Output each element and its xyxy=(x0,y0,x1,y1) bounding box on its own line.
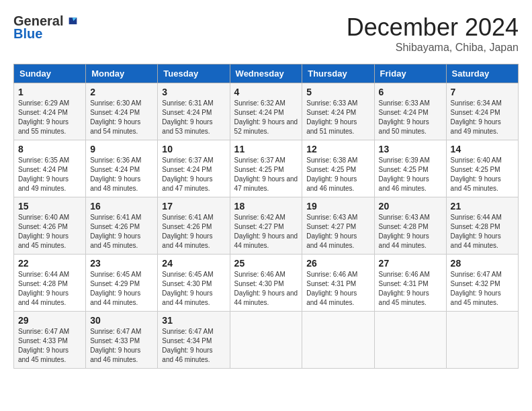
day-info: Sunrise: 6:45 AM Sunset: 4:30 PM Dayligh… xyxy=(162,270,225,308)
day-info: Sunrise: 6:43 AM Sunset: 4:28 PM Dayligh… xyxy=(379,213,442,250)
day-info: Sunrise: 6:36 AM Sunset: 4:24 PM Dayligh… xyxy=(90,156,153,193)
day-info: Sunrise: 6:40 AM Sunset: 4:25 PM Dayligh… xyxy=(451,156,514,193)
month-title: December 2024 xyxy=(347,13,519,42)
calendar-day-cell: 12 Sunrise: 6:38 AM Sunset: 4:25 PM Dayl… xyxy=(302,140,374,197)
calendar-day-cell: 30 Sunrise: 6:47 AM Sunset: 4:33 PM Dayl… xyxy=(86,312,158,369)
calendar-day-cell: 2 Sunrise: 6:30 AM Sunset: 4:24 PM Dayli… xyxy=(86,83,158,140)
page-header: General Blue December 2024 Shibayama, Ch… xyxy=(13,13,519,54)
calendar-week-row: 15 Sunrise: 6:40 AM Sunset: 4:26 PM Dayl… xyxy=(14,197,519,255)
day-info: Sunrise: 6:47 AM Sunset: 4:33 PM Dayligh… xyxy=(90,327,153,365)
calendar-day-cell: 4 Sunrise: 6:32 AM Sunset: 4:24 PM Dayli… xyxy=(230,83,302,140)
calendar-day-cell: 9 Sunrise: 6:36 AM Sunset: 4:24 PM Dayli… xyxy=(86,140,158,197)
calendar-day-cell: 14 Sunrise: 6:40 AM Sunset: 4:25 PM Dayl… xyxy=(446,140,518,197)
calendar-day-cell: 18 Sunrise: 6:42 AM Sunset: 4:27 PM Dayl… xyxy=(230,197,302,255)
col-saturday: Saturday xyxy=(446,64,518,83)
logo-blue-text: Blue xyxy=(13,26,42,42)
calendar-day-cell: 6 Sunrise: 6:33 AM Sunset: 4:24 PM Dayli… xyxy=(374,83,446,140)
day-number: 8 xyxy=(18,144,81,154)
day-number: 15 xyxy=(18,201,81,212)
day-info: Sunrise: 6:47 AM Sunset: 4:32 PM Dayligh… xyxy=(451,270,514,308)
day-info: Sunrise: 6:32 AM Sunset: 4:24 PM Dayligh… xyxy=(234,99,298,136)
calendar-table: Sunday Monday Tuesday Wednesday Thursday… xyxy=(13,64,519,369)
day-info: Sunrise: 6:41 AM Sunset: 4:26 PM Dayligh… xyxy=(162,213,225,250)
day-number: 26 xyxy=(306,258,369,269)
calendar-header-row: Sunday Monday Tuesday Wednesday Thursday… xyxy=(14,64,519,83)
calendar-week-row: 8 Sunrise: 6:35 AM Sunset: 4:24 PM Dayli… xyxy=(14,140,519,197)
day-info: Sunrise: 6:46 AM Sunset: 4:31 PM Dayligh… xyxy=(379,270,442,308)
col-sunday: Sunday xyxy=(14,64,86,83)
day-info: Sunrise: 6:34 AM Sunset: 4:24 PM Dayligh… xyxy=(451,99,514,136)
day-info: Sunrise: 6:39 AM Sunset: 4:25 PM Dayligh… xyxy=(379,156,442,193)
day-info: Sunrise: 6:42 AM Sunset: 4:27 PM Dayligh… xyxy=(234,213,298,250)
location-title: Shibayama, Chiba, Japan xyxy=(347,42,519,54)
calendar-day-cell: 27 Sunrise: 6:46 AM Sunset: 4:31 PM Dayl… xyxy=(374,255,446,312)
day-number: 22 xyxy=(18,258,81,269)
day-info: Sunrise: 6:46 AM Sunset: 4:31 PM Dayligh… xyxy=(306,270,369,308)
calendar-day-cell: 21 Sunrise: 6:44 AM Sunset: 4:28 PM Dayl… xyxy=(446,197,518,255)
calendar-day-cell: 17 Sunrise: 6:41 AM Sunset: 4:26 PM Dayl… xyxy=(158,197,230,255)
day-info: Sunrise: 6:30 AM Sunset: 4:24 PM Dayligh… xyxy=(90,99,153,136)
calendar-day-cell: 13 Sunrise: 6:39 AM Sunset: 4:25 PM Dayl… xyxy=(374,140,446,197)
calendar-day-cell: 31 Sunrise: 6:47 AM Sunset: 4:34 PM Dayl… xyxy=(158,312,230,369)
day-number: 19 xyxy=(306,201,369,212)
day-number: 4 xyxy=(234,87,298,97)
logo-icon xyxy=(64,15,78,28)
calendar-day-cell: 8 Sunrise: 6:35 AM Sunset: 4:24 PM Dayli… xyxy=(14,140,86,197)
calendar-day-cell: 24 Sunrise: 6:45 AM Sunset: 4:30 PM Dayl… xyxy=(158,255,230,312)
calendar-day-cell: 10 Sunrise: 6:37 AM Sunset: 4:24 PM Dayl… xyxy=(158,140,230,197)
calendar-day-cell: 7 Sunrise: 6:34 AM Sunset: 4:24 PM Dayli… xyxy=(446,83,518,140)
day-number: 14 xyxy=(451,144,514,154)
day-info: Sunrise: 6:46 AM Sunset: 4:30 PM Dayligh… xyxy=(234,270,298,308)
calendar-day-cell: 25 Sunrise: 6:46 AM Sunset: 4:30 PM Dayl… xyxy=(230,255,302,312)
day-info: Sunrise: 6:33 AM Sunset: 4:24 PM Dayligh… xyxy=(379,99,442,136)
day-info: Sunrise: 6:37 AM Sunset: 4:25 PM Dayligh… xyxy=(234,156,298,193)
day-number: 25 xyxy=(234,258,298,269)
calendar-empty-cell xyxy=(230,312,302,369)
calendar-day-cell: 29 Sunrise: 6:47 AM Sunset: 4:33 PM Dayl… xyxy=(14,312,86,369)
day-number: 21 xyxy=(451,201,514,212)
day-info: Sunrise: 6:43 AM Sunset: 4:27 PM Dayligh… xyxy=(306,213,369,250)
day-info: Sunrise: 6:31 AM Sunset: 4:24 PM Dayligh… xyxy=(162,99,225,136)
logo: General Blue xyxy=(13,13,78,42)
calendar-day-cell: 16 Sunrise: 6:41 AM Sunset: 4:26 PM Dayl… xyxy=(86,197,158,255)
day-number: 29 xyxy=(18,315,81,326)
day-number: 31 xyxy=(162,315,225,326)
day-info: Sunrise: 6:47 AM Sunset: 4:33 PM Dayligh… xyxy=(18,327,81,365)
calendar-day-cell: 20 Sunrise: 6:43 AM Sunset: 4:28 PM Dayl… xyxy=(374,197,446,255)
day-number: 6 xyxy=(379,87,442,97)
day-number: 5 xyxy=(306,87,369,97)
day-info: Sunrise: 6:33 AM Sunset: 4:24 PM Dayligh… xyxy=(306,99,369,136)
day-info: Sunrise: 6:47 AM Sunset: 4:34 PM Dayligh… xyxy=(162,327,225,365)
day-info: Sunrise: 6:37 AM Sunset: 4:24 PM Dayligh… xyxy=(162,156,225,193)
calendar-day-cell: 15 Sunrise: 6:40 AM Sunset: 4:26 PM Dayl… xyxy=(14,197,86,255)
calendar-empty-cell xyxy=(374,312,446,369)
day-number: 1 xyxy=(18,87,81,97)
day-number: 10 xyxy=(162,144,225,154)
calendar-day-cell: 5 Sunrise: 6:33 AM Sunset: 4:24 PM Dayli… xyxy=(302,83,374,140)
day-info: Sunrise: 6:45 AM Sunset: 4:29 PM Dayligh… xyxy=(90,270,153,308)
calendar-day-cell: 1 Sunrise: 6:29 AM Sunset: 4:24 PM Dayli… xyxy=(14,83,86,140)
calendar-week-row: 1 Sunrise: 6:29 AM Sunset: 4:24 PM Dayli… xyxy=(14,83,519,140)
col-monday: Monday xyxy=(86,64,158,83)
day-number: 9 xyxy=(90,144,153,154)
calendar-day-cell: 26 Sunrise: 6:46 AM Sunset: 4:31 PM Dayl… xyxy=(302,255,374,312)
col-tuesday: Tuesday xyxy=(158,64,230,83)
calendar-day-cell: 22 Sunrise: 6:44 AM Sunset: 4:28 PM Dayl… xyxy=(14,255,86,312)
day-number: 30 xyxy=(90,315,153,326)
calendar-day-cell: 3 Sunrise: 6:31 AM Sunset: 4:24 PM Dayli… xyxy=(158,83,230,140)
day-number: 20 xyxy=(379,201,442,212)
day-number: 27 xyxy=(379,258,442,269)
day-number: 28 xyxy=(451,258,514,269)
day-info: Sunrise: 6:29 AM Sunset: 4:24 PM Dayligh… xyxy=(18,99,81,136)
day-number: 24 xyxy=(162,258,225,269)
col-thursday: Thursday xyxy=(302,64,374,83)
col-wednesday: Wednesday xyxy=(230,64,302,83)
calendar-day-cell: 23 Sunrise: 6:45 AM Sunset: 4:29 PM Dayl… xyxy=(86,255,158,312)
day-number: 18 xyxy=(234,201,298,212)
calendar-week-row: 22 Sunrise: 6:44 AM Sunset: 4:28 PM Dayl… xyxy=(14,255,519,312)
day-number: 13 xyxy=(379,144,442,154)
day-number: 12 xyxy=(306,144,369,154)
day-info: Sunrise: 6:44 AM Sunset: 4:28 PM Dayligh… xyxy=(18,270,81,308)
day-info: Sunrise: 6:38 AM Sunset: 4:25 PM Dayligh… xyxy=(306,156,369,193)
day-number: 11 xyxy=(234,144,298,154)
